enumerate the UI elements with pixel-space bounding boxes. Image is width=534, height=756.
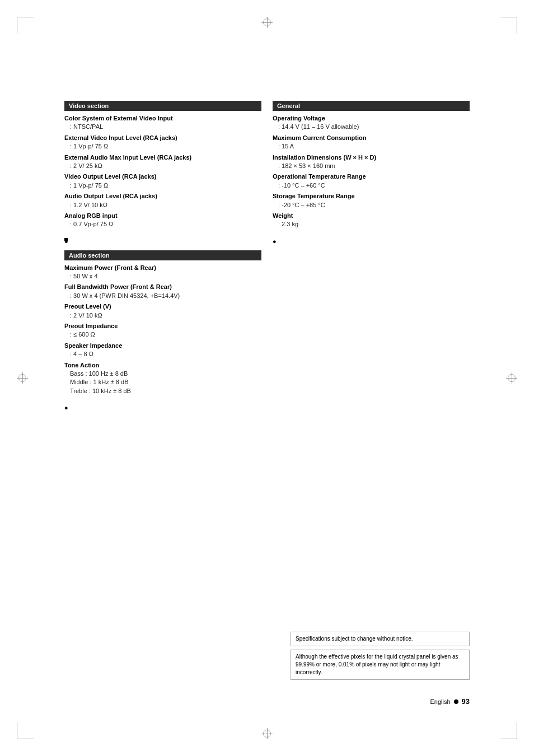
note-specs-change-text: Specifications subject to change without… bbox=[296, 636, 413, 642]
spec-operating-voltage: Operating Voltage : 14.4 V (11 – 16 V al… bbox=[273, 114, 470, 132]
page-language: English bbox=[430, 698, 450, 705]
bullet-audio: ● bbox=[64, 404, 68, 411]
spec-ext-audio-max-input-label: External Audio Max Input Level (RCA jack… bbox=[64, 153, 261, 162]
spec-ext-audio-max-input-value: : 2 V/ 25 kΩ bbox=[64, 162, 261, 170]
spec-audio-output-level-value: : 1.2 V/ 10 kΩ bbox=[64, 201, 261, 209]
main-content: Video section Color System of External V… bbox=[64, 101, 470, 655]
two-column-layout: Video section Color System of External V… bbox=[64, 101, 470, 411]
spec-max-power: Maximum Power (Front & Rear) : 50 W x 4 bbox=[64, 264, 261, 281]
spec-operational-temp-label: Operational Temperature Range bbox=[273, 172, 470, 181]
spec-video-output-level: Video Output Level (RCA jacks) : 1 Vp-p/… bbox=[64, 172, 261, 190]
spec-operating-voltage-value: : 14.4 V (11 – 16 V allowable) bbox=[273, 123, 470, 131]
spec-analog-rgb: Analog RGB input : 0.7 Vp-p/ 75 Ω bbox=[64, 212, 261, 229]
spec-installation-dimensions-label: Installation Dimensions (W × H × D) bbox=[273, 153, 470, 162]
spec-installation-dimensions: Installation Dimensions (W × H × D) : 18… bbox=[273, 153, 470, 171]
spec-max-current-value: : 15 A bbox=[273, 142, 470, 151]
spec-storage-temp-value: : -20 °C – +85 °C bbox=[273, 201, 470, 209]
spec-full-bw-power-value: : 30 W x 4 (PWR DIN 45324, +B=14.4V) bbox=[64, 292, 261, 300]
note-pixels-text: Although the effective pixels for the li… bbox=[296, 654, 458, 675]
corner-mark-tl bbox=[17, 17, 34, 34]
spec-tone-action-treble: Treble : 10 kHz ± 8 dB bbox=[64, 387, 261, 395]
spec-preout-impedance-value: : ≤ 600 Ω bbox=[64, 330, 261, 339]
spec-color-system-label: Color System of External Video Input bbox=[64, 114, 261, 123]
spec-ext-video-input-level-value: : 1 Vp-p/ 75 Ω bbox=[64, 142, 261, 151]
corner-mark-bl bbox=[17, 722, 34, 739]
spec-video-output-level-value: : 1 Vp-p/ 75 Ω bbox=[64, 181, 261, 190]
note-specs-change: Specifications subject to change without… bbox=[291, 632, 470, 646]
left-column: Video section Color System of External V… bbox=[64, 101, 261, 411]
spec-speaker-impedance: Speaker Impedance : 4 – 8 Ω bbox=[64, 342, 261, 359]
spec-weight-label: Weight bbox=[273, 212, 470, 220]
spec-tone-action-middle: Middle : 1 kHz ± 8 dB bbox=[64, 378, 261, 386]
spec-preout-level: Preout Level (V) : 2 V/ 10 kΩ bbox=[64, 302, 261, 320]
page-footer: English 93 bbox=[430, 697, 470, 706]
spec-full-bw-power-label: Full Bandwidth Power (Front & Rear) bbox=[64, 283, 261, 291]
spec-ext-video-input-level: External Video Input Level (RCA jacks) :… bbox=[64, 134, 261, 151]
spec-analog-rgb-label: Analog RGB input bbox=[64, 212, 261, 220]
spec-video-output-level-label: Video Output Level (RCA jacks) bbox=[64, 172, 261, 181]
spec-weight-value: : 2.3 kg bbox=[273, 220, 470, 228]
spec-analog-rgb-value: : 0.7 Vp-p/ 75 Ω bbox=[64, 220, 261, 228]
spec-tone-action-bass: Bass : 100 Hz ± 8 dB bbox=[64, 370, 261, 378]
footer-dot bbox=[454, 699, 458, 704]
spec-speaker-impedance-value: : 4 – 8 Ω bbox=[64, 350, 261, 358]
spec-max-current: Maximum Current Consumption : 15 A bbox=[273, 134, 470, 151]
spec-preout-level-value: : 2 V/ 10 kΩ bbox=[64, 311, 261, 320]
bullet-video: ● bbox=[64, 238, 68, 241]
right-column: General Operating Voltage : 14.4 V (11 –… bbox=[273, 101, 470, 411]
audio-section-header: Audio section bbox=[64, 250, 261, 260]
note-pixels: Although the effective pixels for the li… bbox=[291, 650, 470, 680]
spec-max-power-value: : 50 W x 4 bbox=[64, 272, 261, 281]
spec-audio-output-level-label: Audio Output Level (RCA jacks) bbox=[64, 192, 261, 200]
spec-max-current-label: Maximum Current Consumption bbox=[273, 134, 470, 142]
video-section: Video section Color System of External V… bbox=[64, 101, 261, 229]
spec-max-power-label: Maximum Power (Front & Rear) bbox=[64, 264, 261, 272]
bottom-notes: Specifications subject to change without… bbox=[291, 632, 470, 683]
cross-right-center bbox=[506, 372, 517, 384]
video-section-header: Video section bbox=[64, 101, 261, 111]
spec-preout-level-label: Preout Level (V) bbox=[64, 302, 261, 311]
spec-operational-temp: Operational Temperature Range : -10 °C –… bbox=[273, 172, 470, 190]
bullet-general: ● bbox=[273, 238, 277, 245]
general-section: General Operating Voltage : 14.4 V (11 –… bbox=[273, 101, 470, 229]
spec-ext-video-input-level-label: External Video Input Level (RCA jacks) bbox=[64, 134, 261, 142]
spec-operating-voltage-label: Operating Voltage bbox=[273, 114, 470, 123]
spec-color-system-value: : NTSC/PAL bbox=[64, 123, 261, 131]
corner-mark-tr bbox=[500, 17, 517, 34]
audio-section: Audio section Maximum Power (Front & Rea… bbox=[64, 250, 261, 395]
spec-operational-temp-value: : -10 °C – +60 °C bbox=[273, 181, 470, 190]
spec-storage-temp: Storage Temperature Range : -20 °C – +85… bbox=[273, 192, 470, 209]
cross-top-center bbox=[261, 17, 273, 28]
cross-left-center bbox=[17, 372, 28, 384]
spec-ext-audio-max-input: External Audio Max Input Level (RCA jack… bbox=[64, 153, 261, 171]
spec-audio-output-level: Audio Output Level (RCA jacks) : 1.2 V/ … bbox=[64, 192, 261, 209]
spec-weight: Weight : 2.3 kg bbox=[273, 212, 470, 229]
spec-color-system: Color System of External Video Input : N… bbox=[64, 114, 261, 132]
spec-storage-temp-label: Storage Temperature Range bbox=[273, 192, 470, 200]
general-section-header: General bbox=[273, 101, 470, 111]
corner-mark-br bbox=[500, 722, 517, 739]
spec-speaker-impedance-label: Speaker Impedance bbox=[64, 342, 261, 350]
spec-preout-impedance: Preout Impedance : ≤ 600 Ω bbox=[64, 322, 261, 339]
page-number: 93 bbox=[462, 697, 470, 706]
spec-installation-dimensions-value: : 182 × 53 × 160 mm bbox=[273, 162, 470, 170]
spec-tone-action: Tone Action Bass : 100 Hz ± 8 dB Middle … bbox=[64, 361, 261, 396]
spec-full-bw-power: Full Bandwidth Power (Front & Rear) : 30… bbox=[64, 283, 261, 300]
spec-tone-action-label: Tone Action bbox=[64, 361, 261, 370]
spec-preout-impedance-label: Preout Impedance bbox=[64, 322, 261, 330]
cross-bottom-center bbox=[261, 728, 273, 739]
